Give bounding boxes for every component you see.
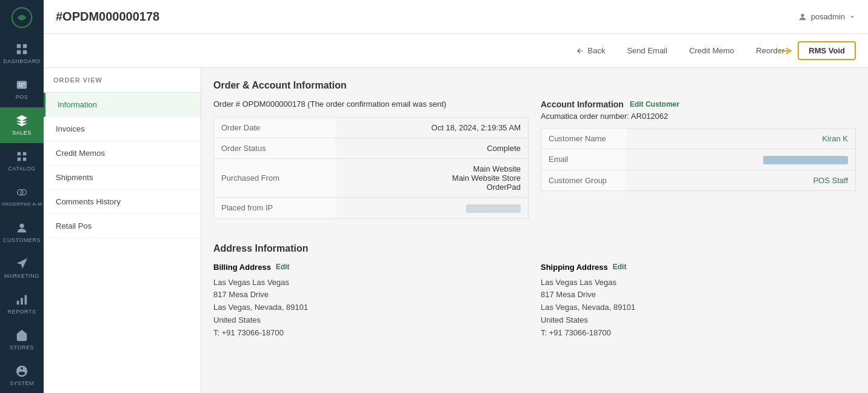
account-info-table: Customer Name Kiran K Email Customer Gro… — [541, 128, 856, 191]
billing-address-column: Billing Address Edit Las Vegas Las Vegas… — [213, 263, 529, 340]
shipping-address-title: Shipping Address Edit — [541, 263, 856, 272]
content-area: ORDER VIEW Information Invoices Credit M… — [44, 68, 868, 393]
svg-rect-7 — [21, 84, 22, 85]
action-bar: Back Send Email Credit Memo Reorder RMS … — [44, 34, 868, 68]
nav-item-comments-history[interactable]: Comments History — [44, 190, 201, 214]
nav-item-credit-memos[interactable]: Credit Memos — [44, 141, 201, 166]
shipping-address-column: Shipping Address Edit Las Vegas Las Vega… — [541, 263, 856, 340]
purchased-from-label: Purchased From — [214, 159, 335, 198]
account-info-header: Account Information Edit Customer — [541, 99, 856, 109]
order-account-columns: Order # OPDM000000178 (The order confirm… — [213, 99, 856, 231]
svg-rect-10 — [21, 86, 22, 87]
sidebar-item-catalog[interactable]: Catalog — [0, 143, 44, 179]
user-menu[interactable]: posadmin — [798, 12, 856, 22]
sidebar: Dashboard POS Sales Catalog ORDERPAD A-M… — [0, 0, 44, 393]
sidebar-logo[interactable] — [0, 0, 44, 36]
send-email-button[interactable]: Send Email — [616, 41, 678, 60]
email-label: Email — [541, 149, 626, 170]
order-info-column: Order # OPDM000000178 (The order confirm… — [213, 99, 529, 231]
table-row: Order Date Oct 18, 2024, 2:19:35 AM — [214, 118, 529, 138]
customer-name-value: Kiran K — [626, 129, 856, 149]
sidebar-item-customers[interactable]: Customers — [0, 214, 44, 250]
nav-item-retail-pos[interactable]: Retail Pos — [44, 214, 201, 238]
table-row: Customer Group POS Staff — [541, 170, 856, 190]
svg-point-12 — [21, 190, 26, 195]
main-content: #OPDM000000178 posadmin Back Send Email … — [44, 0, 868, 393]
order-status-value: Complete — [335, 138, 529, 159]
svg-rect-9 — [19, 86, 20, 87]
svg-rect-16 — [25, 295, 27, 304]
billing-address-title: Billing Address Edit — [213, 263, 529, 272]
back-button[interactable]: Back — [565, 41, 616, 60]
table-row: Email — [541, 149, 856, 170]
svg-rect-8 — [24, 84, 25, 85]
top-header: #OPDM000000178 posadmin — [44, 0, 868, 34]
shipping-address-text: Las Vegas Las Vegas 817 Mesa Drive Las V… — [541, 277, 856, 340]
order-date-label: Order Date — [214, 118, 335, 138]
billing-address-text: Las Vegas Las Vegas 817 Mesa Drive Las V… — [213, 277, 529, 340]
customer-name-label: Customer Name — [541, 129, 626, 149]
sidebar-item-pos[interactable]: POS — [0, 72, 44, 107]
sidebar-item-orderpad[interactable]: ORDERPAD A-M — [0, 179, 44, 215]
svg-rect-6 — [19, 84, 20, 85]
table-row: Purchased From Main WebsiteMain Website … — [214, 159, 529, 198]
email-value — [626, 149, 856, 170]
order-account-section-title: Order & Account Information — [213, 80, 856, 91]
svg-point-17 — [801, 13, 804, 16]
email-blurred — [763, 156, 848, 164]
svg-rect-4 — [23, 50, 27, 54]
placed-from-ip-value — [335, 198, 529, 219]
rms-void-arrow — [778, 46, 793, 56]
page-title: #OPDM000000178 — [56, 10, 159, 24]
acumatica-order: Acumatica order number: AR012062 — [541, 112, 856, 121]
left-nav: ORDER VIEW Information Invoices Credit M… — [44, 68, 201, 393]
order-view-header: ORDER VIEW — [44, 68, 201, 93]
table-row: Order Status Complete — [214, 138, 529, 159]
nav-item-invoices[interactable]: Invoices — [44, 117, 201, 141]
svg-rect-15 — [21, 298, 23, 304]
credit-memo-button[interactable]: Credit Memo — [678, 41, 745, 60]
table-row: Placed from IP — [214, 198, 529, 219]
svg-rect-14 — [17, 301, 19, 304]
svg-rect-2 — [23, 44, 27, 48]
nav-item-information[interactable]: Information — [44, 93, 201, 117]
edit-shipping-link[interactable]: Edit — [613, 263, 627, 271]
sidebar-item-dashboard[interactable]: Dashboard — [0, 36, 44, 72]
sidebar-item-system[interactable]: System — [0, 357, 44, 393]
svg-rect-1 — [17, 44, 21, 48]
sidebar-item-stores[interactable]: Stores — [0, 321, 44, 357]
edit-customer-link[interactable]: Edit Customer — [630, 100, 679, 109]
customer-group-label: Customer Group — [541, 170, 626, 190]
rms-void-button[interactable]: RMS Void — [798, 41, 856, 60]
customer-group-value: POS Staff — [626, 170, 856, 190]
sidebar-item-marketing[interactable]: Marketing — [0, 250, 44, 286]
account-info-column: Account Information Edit Customer Acumat… — [541, 99, 856, 231]
sidebar-item-sales[interactable]: Sales — [0, 107, 44, 143]
svg-rect-3 — [17, 50, 21, 54]
nav-item-shipments[interactable]: Shipments — [44, 166, 201, 190]
svg-point-13 — [19, 224, 24, 228]
order-info-table: Order Date Oct 18, 2024, 2:19:35 AM Orde… — [213, 117, 529, 219]
sidebar-item-reports[interactable]: Reports — [0, 286, 44, 321]
address-columns: Billing Address Edit Las Vegas Las Vegas… — [213, 263, 856, 340]
placed-from-ip-label: Placed from IP — [214, 198, 335, 219]
address-section-title: Address Information — [213, 243, 856, 254]
order-date-value: Oct 18, 2024, 2:19:35 AM — [335, 118, 529, 138]
order-notice: Order # OPDM000000178 (The order confirm… — [213, 99, 529, 109]
purchased-from-value: Main WebsiteMain Website StoreOrderPad — [335, 159, 529, 198]
svg-rect-5 — [17, 81, 27, 89]
order-status-label: Order Status — [214, 138, 335, 159]
ip-blurred — [466, 204, 521, 213]
right-content: Order & Account Information Order # OPDM… — [201, 68, 868, 393]
edit-billing-link[interactable]: Edit — [276, 263, 290, 271]
table-row: Customer Name Kiran K — [541, 129, 856, 149]
